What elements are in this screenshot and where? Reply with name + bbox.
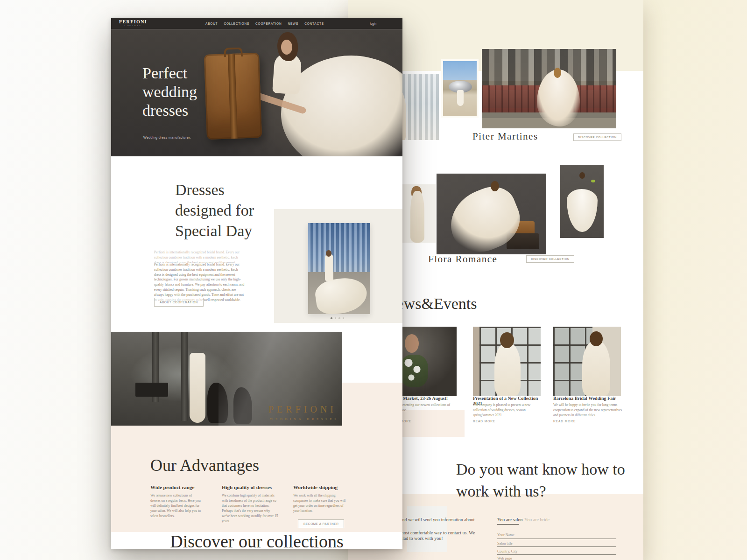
- nav-item-about[interactable]: ABOUT: [205, 22, 218, 25]
- nav-item-news[interactable]: NEWS: [288, 22, 298, 25]
- field-underline: [497, 546, 616, 547]
- about-heading: Dresses designed for Special Day: [175, 180, 254, 241]
- bride-hair: [491, 181, 499, 191]
- advantage-title: Wide product range: [150, 484, 194, 490]
- news-card-text: We will be happy to invite you for long-…: [553, 402, 622, 418]
- nav-menu: ABOUT COLLECTIONS COOPERATION NEWS CONTA…: [205, 18, 324, 29]
- form-field-salon-title[interactable]: Salon title: [497, 541, 513, 546]
- bride-figure: [457, 90, 464, 106]
- photo-flora-ballgown: [560, 165, 604, 238]
- banner-brand-tagline: WEDDING DRESSES: [270, 417, 339, 421]
- bride-hair: [579, 172, 585, 179]
- contact-body-text: glad to work with you!: [400, 536, 443, 541]
- contact-intro-text: and we will send you information about: [400, 517, 474, 522]
- field-underline: [497, 554, 616, 555]
- nav-item-collections[interactable]: COLLECTIONS: [224, 22, 249, 25]
- light-panel: [407, 506, 447, 552]
- bride-face: [281, 40, 292, 55]
- photo-bride-bridge: [482, 49, 616, 128]
- hero-tagline: Wedding dress manufacturer.: [143, 136, 191, 139]
- field-underline: [497, 539, 616, 539]
- about-heading-line: Special Day: [175, 221, 254, 241]
- top-navigation-bar: PERFIONI COUTURE ABOUT COLLECTIONS COOPE…: [111, 18, 402, 29]
- carousel-dot[interactable]: [338, 317, 340, 319]
- form-field-web-page[interactable]: Web page: [497, 556, 512, 560]
- hero-title-line: Perfect: [142, 64, 197, 83]
- news-card-title: Barcelona Bridal Wedding Fair: [553, 396, 623, 401]
- hero-section: Perfect wedding dresses Wedding dress ma…: [111, 29, 402, 156]
- photo-flora-small: [399, 184, 436, 243]
- about-cooperation-button[interactable]: ABOUT COOPERATION: [154, 298, 204, 307]
- logo-title: PERFIONI: [119, 20, 147, 24]
- bride-hair: [326, 250, 331, 257]
- bride-hair: [500, 332, 514, 348]
- collection-name-piter-martines: Piter Martines: [472, 131, 538, 142]
- news-card-text: Our company is pleased to present a new …: [473, 402, 542, 418]
- leather-suitcase: [204, 53, 262, 140]
- read-more-link[interactable]: READ MORE: [473, 420, 495, 423]
- carousel-dot[interactable]: [331, 317, 332, 319]
- white-flowers: [400, 355, 428, 387]
- login-link[interactable]: login: [370, 22, 376, 25]
- carousel-dot[interactable]: [335, 317, 337, 319]
- contact-heading-line: work with us?: [456, 480, 625, 502]
- advantage-title: Worldwide shipping: [293, 484, 338, 490]
- advantage-text: We combine high quality of materials wit…: [222, 493, 279, 524]
- brand-logo[interactable]: PERFIONI COUTURE: [119, 20, 147, 27]
- bride-dress: [582, 341, 610, 396]
- pink-accent-block: [342, 383, 402, 426]
- bride-dress: [410, 191, 424, 243]
- tab-you-are-bride[interactable]: You are bride: [524, 517, 550, 522]
- tab-you-are-salon[interactable]: You are salon: [497, 517, 523, 522]
- form-field-your-name[interactable]: Your Name: [497, 533, 514, 537]
- photo-bride-cloud-gate: [441, 59, 479, 118]
- photo-flora-suitcases: [437, 174, 546, 254]
- left-page-mockup: PERFIONI COUTURE ABOUT COLLECTIONS COOPE…: [111, 18, 402, 549]
- logo-subtitle: COUTURE: [119, 25, 147, 27]
- carousel-dot[interactable]: [343, 317, 345, 319]
- about-heading-line: Dresses: [175, 180, 254, 200]
- advantage-text: We release new collections of dresses on…: [150, 493, 203, 518]
- nav-item-cooperation[interactable]: COOPERATION: [255, 22, 282, 25]
- discover-collection-button-flora[interactable]: DISCOVER COLLECTION: [526, 255, 574, 263]
- discover-collections-heading: Discover our collections: [111, 531, 402, 549]
- news-photo-bride-lace: [553, 327, 621, 396]
- collection-name-flora-romance: Flora Romance: [428, 253, 497, 265]
- carousel-photo-bride-rooftop[interactable]: [308, 223, 370, 314]
- station-bench: [135, 383, 168, 397]
- about-paragraph: Perfioni is internationally recognized b…: [154, 262, 246, 302]
- form-field-country-city[interactable]: Country, City: [497, 549, 517, 553]
- contact-heading-line: Do you want know how to: [456, 458, 625, 480]
- advantages-heading: Our Advantages: [150, 455, 259, 475]
- about-paragraph-ghost: Perfioni is internationally recognized b…: [154, 250, 246, 263]
- bride-face: [405, 334, 419, 353]
- nav-item-contacts[interactable]: CONTACTS: [304, 22, 324, 25]
- bride-figure: [325, 254, 333, 281]
- bride-gown: [567, 189, 598, 232]
- active-tab-underline: [497, 524, 519, 525]
- hero-title-line: dresses: [142, 101, 197, 120]
- contact-heading: Do you want know how to work with us?: [456, 458, 625, 502]
- advantage-title: High quality of dresses: [222, 484, 272, 490]
- bride-dress: [494, 343, 521, 396]
- become-a-partner-button[interactable]: BECOME A PARTNER: [298, 519, 344, 528]
- about-heading-line: designed for: [175, 200, 254, 221]
- bride-hair: [590, 331, 603, 346]
- hero-title: Perfect wedding dresses: [142, 64, 197, 120]
- read-more-link[interactable]: READ MORE: [553, 420, 576, 423]
- contact-body-text: most comfortable way to contact us. We: [400, 530, 475, 535]
- green-flower: [591, 180, 595, 182]
- advantage-text: We work with all the shipping companies …: [293, 493, 349, 513]
- discover-collection-button-piter[interactable]: DISCOVER COLLECTION: [573, 133, 621, 141]
- carousel-dots: [331, 317, 344, 319]
- banner-brand-text: PERFIONI: [268, 404, 337, 415]
- news-photo-bride-window: [473, 327, 541, 396]
- station-pillar: [181, 332, 188, 421]
- hero-title-line: wedding: [142, 83, 197, 101]
- bride-figure: [190, 353, 205, 423]
- bride-hair: [554, 68, 561, 78]
- city-glass-buildings: [308, 223, 370, 274]
